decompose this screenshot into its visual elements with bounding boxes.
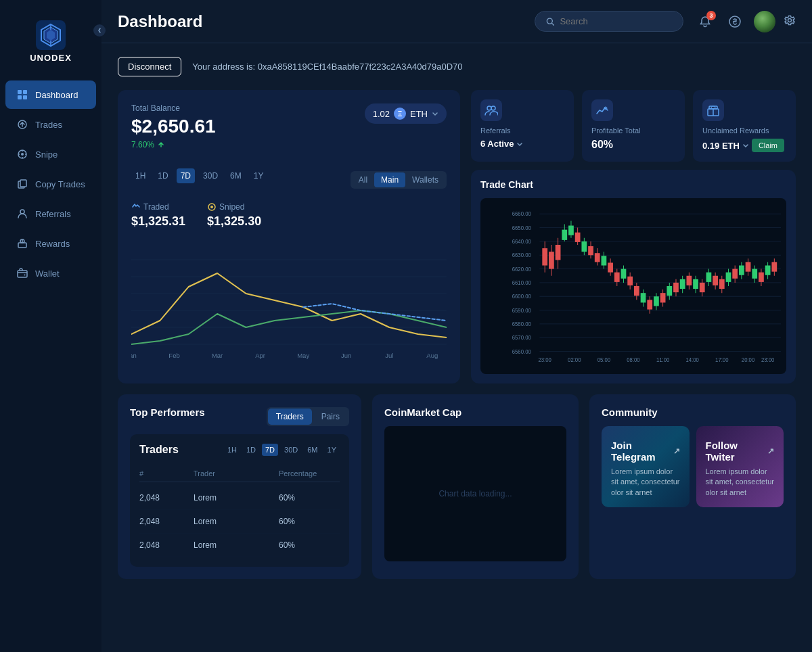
community-title: Community [602, 406, 784, 418]
notification-badge: 3 [706, 11, 716, 20]
svg-text:23:00: 23:00 [539, 357, 552, 363]
svg-text:Aug: Aug [426, 352, 438, 359]
currency-icon [728, 15, 742, 28]
currency-button[interactable] [724, 11, 746, 32]
sidebar-item-wallet[interactable]: Wallet [5, 259, 96, 287]
traders-time-1h[interactable]: 1H [224, 444, 240, 456]
top-grid: Total Balance $2,650.61 7.60% 1.02 Ξ ETH [118, 90, 796, 383]
col-hash: # [139, 469, 194, 478]
twitter-link[interactable]: Follow Twiter ↗ Lorem ipsum dolor sit am… [696, 426, 784, 507]
sidebar-item-rewards[interactable]: Rewards [5, 229, 96, 258]
stats-row: Referrals 6 Active [471, 90, 796, 162]
eth-badge[interactable]: 1.02 Ξ ETH [365, 103, 447, 124]
search-icon [546, 17, 554, 26]
notification-button[interactable]: 3 [694, 11, 716, 32]
external-icon: ↗ [673, 446, 680, 456]
svg-rect-110 [673, 283, 679, 292]
sidebar-item-referrals-label: Referrals [35, 209, 71, 219]
svg-rect-21 [18, 271, 27, 277]
sidebar-item-snipe-label: Snipe [35, 149, 58, 160]
svg-rect-86 [595, 253, 600, 262]
svg-text:Apr: Apr [255, 352, 265, 359]
svg-text:08:00: 08:00 [627, 357, 640, 363]
traders-time-1d[interactable]: 1D [243, 444, 259, 456]
telegram-link[interactable]: Join Telegram ↗ Lorem ipsum dolor sit am… [602, 426, 690, 507]
search-box[interactable] [535, 11, 683, 32]
svg-rect-138 [765, 266, 771, 275]
svg-text:17:00: 17:00 [715, 357, 729, 363]
svg-rect-112 [680, 279, 685, 289]
sidebar-collapse-button[interactable] [93, 24, 106, 37]
snipe-icon [16, 148, 28, 160]
time-btn-1d[interactable]: 1D [154, 168, 172, 183]
performers-header: Top Performers Traders Pairs [130, 406, 349, 426]
logo-text: UNODEX [30, 53, 72, 63]
col-percentage: Percentage [279, 469, 340, 478]
chevron-down-icon [432, 110, 438, 117]
traded-label: Traded [131, 202, 185, 212]
row3-pct: 60% [279, 540, 340, 550]
svg-text:11:00: 11:00 [656, 357, 670, 363]
sidebar-item-copy-trades[interactable]: Copy Trades [5, 170, 96, 198]
svg-text:6610.00: 6610.00 [512, 280, 532, 286]
time-btn-7d[interactable]: 7D [177, 168, 195, 183]
search-input[interactable] [560, 16, 672, 26]
settings-button[interactable] [784, 14, 796, 29]
profitable-label: Profitable Total [591, 126, 675, 135]
claim-button[interactable]: Claim [752, 139, 784, 152]
sidebar-item-wallet-label: Wallet [35, 269, 60, 279]
svg-rect-6 [18, 90, 22, 94]
rewards-stat-icon [702, 99, 724, 121]
sidebar-item-snipe[interactable]: Snipe [5, 140, 96, 168]
table-row: 2,048 Lorem 60% [139, 510, 340, 534]
sidebar-item-dashboard[interactable]: Dashboard [5, 80, 96, 109]
sidebar-item-dashboard-label: Dashboard [35, 90, 78, 100]
view-btn-all[interactable]: All [352, 172, 374, 187]
external-icon: ↗ [767, 446, 774, 456]
tab-pairs[interactable]: Pairs [313, 409, 348, 425]
traders-time-1y[interactable]: 1Y [324, 444, 340, 456]
view-btn-main[interactable]: Main [374, 172, 405, 187]
logo-icon [36, 20, 66, 50]
time-btn-6m[interactable]: 6M [226, 168, 246, 183]
disconnect-button[interactable]: Disconnect [118, 57, 181, 76]
svg-point-42 [491, 106, 495, 110]
svg-rect-96 [627, 277, 633, 285]
svg-rect-92 [614, 273, 620, 282]
trades-icon [16, 118, 28, 131]
chevron-down-icon [742, 142, 749, 149]
balance-controls: 1H 1D 7D 30D 6M 1Y All Main Wallets [131, 168, 447, 191]
time-btn-30d[interactable]: 30D [199, 168, 222, 183]
sidebar-item-referrals[interactable]: Referrals [5, 200, 96, 228]
tab-traders[interactable]: Traders [268, 409, 312, 425]
sidebar-nav: Dashboard Trades [0, 79, 102, 289]
view-btn-wallets[interactable]: Wallets [405, 172, 445, 187]
traders-time-6m[interactable]: 6M [304, 444, 321, 456]
traders-time-7d[interactable]: 7D [262, 444, 278, 456]
row3-trader: Lorem [194, 540, 279, 550]
trade-chart-title: Trade Chart [480, 179, 786, 190]
svg-rect-126 [726, 273, 731, 282]
content-area: Disconnect Your address is: 0xaA858119CE… [102, 43, 812, 652]
sidebar-item-trades[interactable]: Trades [5, 110, 96, 139]
avatar[interactable] [754, 11, 775, 32]
traders-table-header: # Trader Percentage [139, 465, 340, 482]
svg-rect-132 [746, 262, 751, 271]
row3-num: 2,048 [139, 540, 194, 550]
header-icons: 3 [694, 11, 796, 32]
people-icon [484, 103, 498, 117]
svg-rect-100 [641, 293, 646, 302]
coinmarket-title: CoinMarket Cap [384, 406, 566, 418]
settings-icon [784, 14, 796, 26]
table-row: 2,048 Lorem 60% [139, 486, 340, 510]
svg-rect-72 [549, 252, 554, 269]
wallet-icon [16, 267, 28, 279]
svg-rect-88 [602, 256, 607, 265]
eth-amount: 1.02 [373, 109, 390, 119]
time-btn-1h[interactable]: 1H [131, 168, 150, 183]
traders-time-30d[interactable]: 30D [281, 444, 301, 456]
time-btn-1y[interactable]: 1Y [250, 168, 268, 183]
svg-rect-80 [575, 233, 581, 242]
svg-point-23 [547, 18, 552, 24]
svg-rect-76 [562, 230, 567, 240]
